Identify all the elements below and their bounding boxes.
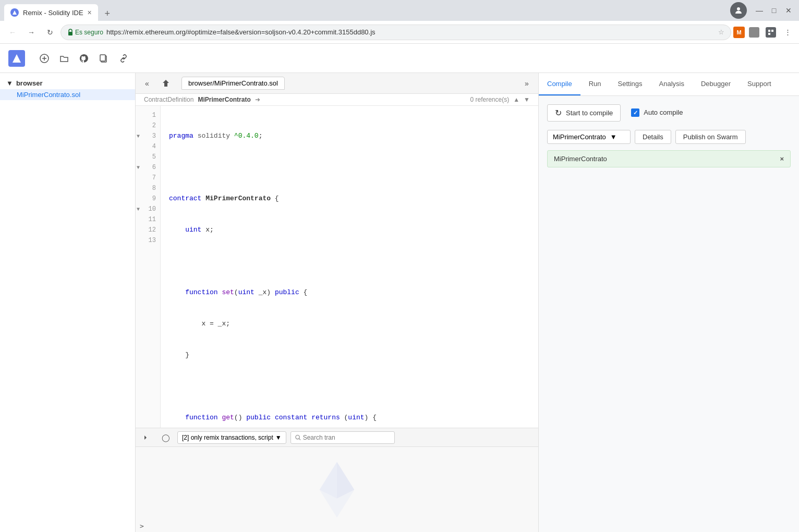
line-num-4: 4 (136, 141, 160, 152)
contract-dropdown[interactable]: MiPrimerContrato ▼ (547, 130, 631, 144)
sidebar-browser-folder[interactable]: ▼ browser (0, 77, 135, 89)
logo-icon (8, 50, 25, 67)
address-bar[interactable]: Es seguro https://remix.ethereum.org/#op… (60, 25, 731, 40)
svg-rect-2 (68, 32, 72, 35)
bottom-panel: ◯ [2] only remix transactions, script ▼ (136, 428, 538, 532)
line-num-11: 11 (136, 214, 160, 225)
maximize-button[interactable]: □ (768, 4, 780, 17)
code-content-area[interactable]: pragma solidity ^0.4.0; contract MiPrime… (161, 106, 538, 428)
code-editor[interactable]: 1 2 ▼3 4 5 ▼6 7 8 9 ▼10 11 12 13 pragma … (136, 106, 538, 428)
code-line-1: pragma solidity ^0.4.0; (169, 131, 530, 141)
contract-dropdown-arrow: ▼ (610, 133, 617, 141)
line-num-1: 1 (136, 110, 160, 120)
file-header: ContractDefinition MiPrimerContrato ➜ 0 … (136, 94, 538, 106)
extension-icon-2[interactable] (764, 25, 778, 40)
minimize-button[interactable]: — (753, 4, 766, 17)
tab-support[interactable]: Support (739, 73, 780, 95)
app-logo (8, 50, 25, 67)
active-file-tab[interactable]: browser/MiPrimerContrato.sol (181, 77, 285, 90)
menu-button[interactable]: ⋮ (780, 25, 795, 40)
line-num-2: 2 (136, 120, 160, 131)
sidebar-browser-label: browser (16, 79, 43, 87)
editor-toolbar: « browser/MiPrimerContrato.sol » (136, 73, 538, 94)
code-line-10: function get() public constant returns (… (169, 413, 530, 423)
details-label: Details (643, 133, 663, 141)
close-button[interactable]: ✕ (782, 4, 795, 17)
svg-marker-0 (13, 10, 17, 15)
code-line-3: contract MiPrimerContrato { (169, 194, 530, 204)
svg-rect-4 (771, 30, 773, 32)
filter-label: [2] only remix transactions, script (182, 434, 273, 441)
tab-run[interactable]: Run (580, 73, 610, 95)
github-button[interactable] (77, 52, 91, 65)
collapse-right-button[interactable]: » (519, 76, 534, 91)
nav-down-icon[interactable]: ▼ (524, 96, 530, 103)
tab-settings[interactable]: Settings (610, 73, 651, 95)
add-file-button[interactable] (38, 52, 51, 65)
profile-button[interactable] (730, 2, 747, 19)
bottom-content: > (136, 447, 538, 532)
bottom-toolbar: ◯ [2] only remix transactions, script ▼ (136, 428, 538, 447)
terminal-prompt[interactable]: > (140, 522, 144, 530)
toolbar-icons (38, 52, 130, 65)
code-line-7: x = _x; (169, 319, 530, 329)
app: ▼ browser MiPrimerContrato.sol « br (0, 44, 799, 532)
search-box[interactable] (290, 431, 395, 444)
result-contract-name: MiPrimerContrato (554, 155, 607, 163)
tab-analysis[interactable]: Analysis (651, 73, 693, 95)
dropdown-arrow-icon: ▼ (275, 434, 282, 441)
publish-button[interactable]: Publish on Swarm (675, 130, 746, 144)
tab-title: Remix - Solidity IDE (23, 9, 83, 17)
code-line-5 (169, 256, 530, 267)
metamask-icon[interactable]: M (733, 27, 745, 38)
bookmark-icon[interactable]: ☆ (718, 28, 724, 36)
code-line-2 (169, 162, 530, 173)
link-button[interactable] (117, 52, 130, 65)
open-folder-button[interactable] (57, 52, 71, 65)
tab-file-name: browser/MiPrimerContrato.sol (188, 79, 278, 87)
compile-row: ↻ Start to compile Auto compile (547, 104, 791, 122)
ethereum-watermark (306, 458, 368, 521)
result-close-button[interactable]: × (780, 155, 784, 163)
new-tab-button[interactable]: + (100, 6, 115, 21)
auto-compile-label: Auto compile (644, 108, 683, 117)
right-panel-tabs: Compile Run Settings Analysis Debugger S… (539, 73, 799, 96)
forward-button[interactable]: → (23, 24, 40, 41)
secure-indicator: Es seguro (67, 29, 103, 36)
collapse-left-button[interactable]: « (140, 76, 154, 91)
references-badge: 0 reference(s) (470, 96, 510, 103)
editor-area: « browser/MiPrimerContrato.sol » Contrac… (136, 73, 538, 532)
filter-dropdown[interactable]: [2] only remix transactions, script ▼ (177, 431, 286, 444)
sidebar: ▼ browser MiPrimerContrato.sol (0, 73, 136, 532)
start-compile-button[interactable]: ↻ Start to compile (547, 104, 621, 122)
tab-close-btn[interactable]: × (88, 8, 92, 17)
svg-line-13 (299, 438, 300, 440)
extension-icon-1[interactable] (747, 25, 761, 40)
back-button[interactable]: ← (4, 24, 21, 41)
auto-compile-row: Auto compile (631, 108, 683, 117)
browser-tab[interactable]: Remix - Solidity IDE × (4, 4, 98, 21)
code-line-4: uint x; (169, 225, 530, 235)
svg-point-12 (296, 435, 299, 439)
nav-up-icon[interactable]: ▲ (513, 96, 519, 103)
svg-point-1 (737, 7, 740, 10)
code-line-9 (169, 381, 530, 392)
search-input[interactable] (303, 434, 390, 441)
clear-console-button[interactable]: ◯ (159, 430, 173, 445)
upload-button[interactable] (159, 76, 173, 91)
sidebar-file-item-miprimercontrato[interactable]: MiPrimerContrato.sol (0, 89, 135, 100)
reload-button[interactable]: ↻ (42, 24, 58, 41)
expand-console-button[interactable] (140, 430, 154, 445)
code-line-6: function set(uint _x) public { (169, 287, 530, 298)
tab-debugger[interactable]: Debugger (693, 73, 739, 95)
title-bar: Remix - Solidity IDE × + — □ ✕ (0, 0, 799, 21)
line-num-13: 13 (136, 235, 160, 246)
details-button[interactable]: Details (635, 130, 671, 144)
tab-compile[interactable]: Compile (539, 73, 580, 95)
code-line-8: } (169, 350, 530, 360)
auto-compile-checkbox[interactable] (631, 108, 639, 117)
svg-rect-11 (100, 55, 105, 61)
copy-button[interactable] (97, 52, 111, 65)
contract-dropdown-value: MiPrimerContrato (553, 133, 606, 141)
url-text: https://remix.ethereum.org/#optimize=fal… (106, 28, 715, 36)
